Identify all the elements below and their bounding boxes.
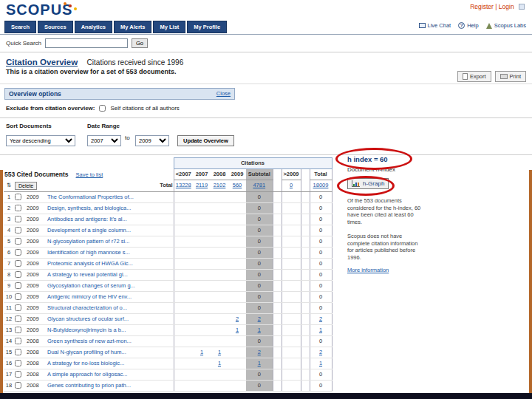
row-checkbox[interactable] xyxy=(15,293,21,300)
citation-count-cell: 0 xyxy=(310,191,332,202)
citation-count-cell xyxy=(282,258,301,269)
citation-count-cell xyxy=(174,225,193,236)
total-count-link[interactable]: 2119 xyxy=(196,182,208,188)
self-citations-checkbox[interactable] xyxy=(99,105,106,112)
row-title-cell: Design, synthesis, and biologica... xyxy=(47,202,174,214)
save-to-list-link[interactable]: Save to list xyxy=(76,171,103,178)
total-count-link[interactable]: 560 xyxy=(233,182,242,188)
document-title-link[interactable]: Glycan structures of ocular surf... xyxy=(47,316,173,323)
document-title-link[interactable]: Genes contributing to prion path... xyxy=(47,382,173,389)
citation-count-link[interactable]: 2 xyxy=(258,316,261,322)
citation-count-link[interactable]: 1 xyxy=(258,327,261,333)
document-title-link[interactable]: Antigenic mimicry of the HIV env... xyxy=(47,293,173,301)
register-link[interactable]: Register xyxy=(470,3,494,10)
total-count-link[interactable]: 2102 xyxy=(214,182,226,188)
spacer-cell xyxy=(301,335,310,347)
close-options-link[interactable]: Close xyxy=(216,90,231,97)
nav-button-my-list[interactable]: My List xyxy=(153,21,185,33)
document-title-link[interactable]: N-Butyldeoxynojirimycin is a b... xyxy=(47,327,173,334)
exclude-label: Exclude from citation overview: xyxy=(6,105,95,112)
citation-count-link[interactable]: 1 xyxy=(200,349,203,355)
nav-button-search[interactable]: Search xyxy=(4,21,36,33)
nav-button-sources[interactable]: Sources xyxy=(38,21,73,33)
citation-count-cell xyxy=(282,202,301,214)
document-title-link[interactable]: A strategy for no-loss biologic... xyxy=(47,360,173,367)
citation-count-link[interactable]: 2 xyxy=(258,349,261,355)
chat-link[interactable]: Live Chat xyxy=(419,22,451,29)
print-button[interactable]: Print xyxy=(495,71,526,82)
login-link[interactable]: Login xyxy=(499,3,514,10)
document-title-link[interactable]: N-glycosylation pattern of r72 si... xyxy=(47,238,173,245)
print-label: Print xyxy=(510,73,521,80)
citation-table-body: 12009The Conformational Properties of...… xyxy=(4,191,332,391)
total-row-label: Total xyxy=(47,180,174,192)
citation-count-link[interactable]: 1 xyxy=(218,349,221,355)
citation-count-link[interactable]: 2 xyxy=(236,316,239,322)
help-icon: ? xyxy=(458,22,465,29)
row-checkbox[interactable] xyxy=(15,227,21,233)
sort-icon[interactable]: ⇅ xyxy=(4,180,14,192)
row-checkbox[interactable] xyxy=(15,360,21,366)
nav-button-analytics[interactable]: Analytics xyxy=(75,21,112,33)
document-title-link[interactable]: Structural characterization of o... xyxy=(47,304,173,312)
row-checkbox[interactable] xyxy=(15,349,21,355)
citation-count-link[interactable]: 1 xyxy=(258,360,261,366)
row-checkbox[interactable] xyxy=(15,382,21,389)
row-checkbox[interactable] xyxy=(15,338,21,344)
labs-link[interactable]: Scopus Labs xyxy=(486,22,526,29)
row-checkbox[interactable] xyxy=(15,271,21,278)
citation-count-cell: 1 xyxy=(246,358,273,369)
quick-search-go-button[interactable]: Go xyxy=(132,38,148,48)
document-title-link[interactable]: Development of a single column... xyxy=(47,227,173,234)
citation-count-cell xyxy=(193,335,211,347)
citation-count-link[interactable]: 1 xyxy=(319,360,322,366)
document-title-link[interactable]: Design, synthesis, and biologica... xyxy=(47,205,173,212)
document-title-link[interactable]: Green synthesis of new azt-mon... xyxy=(47,338,173,345)
delete-button[interactable]: Delete xyxy=(15,182,37,190)
document-title-link[interactable]: Dual N-glycan profiling of hum... xyxy=(47,349,173,356)
quick-search-input[interactable] xyxy=(45,38,128,48)
total-count-link[interactable]: 0 xyxy=(290,182,293,188)
export-button[interactable]: Export xyxy=(457,71,491,82)
row-checkbox[interactable] xyxy=(15,260,21,267)
row-checkbox[interactable] xyxy=(15,304,21,311)
row-checkbox-cell xyxy=(14,347,26,358)
update-overview-button[interactable]: Update Overview xyxy=(177,135,234,146)
total-count-link[interactable]: 4781 xyxy=(253,182,265,188)
help-link[interactable]: ?Help xyxy=(458,22,478,29)
document-title-link[interactable]: Antibodies and antigens: It's al... xyxy=(47,216,173,223)
row-checkbox[interactable] xyxy=(15,194,21,200)
sort-select[interactable]: Year descending xyxy=(6,135,75,146)
total-citation-count: 4781 xyxy=(246,180,273,192)
row-checkbox[interactable] xyxy=(15,216,21,222)
document-title-link[interactable]: Identification of high mannose s... xyxy=(47,249,173,256)
citation-count-link[interactable]: 1 xyxy=(319,327,322,333)
nav-button-my-profile[interactable]: My Profile xyxy=(187,21,227,33)
row-checkbox[interactable] xyxy=(15,327,21,333)
row-checkbox[interactable] xyxy=(15,371,21,378)
citation-count-link[interactable]: 1 xyxy=(218,360,221,366)
more-information-link[interactable]: More information xyxy=(347,267,424,273)
row-checkbox[interactable] xyxy=(15,238,21,245)
year-to-select[interactable]: 2009 xyxy=(135,135,169,146)
document-title-link[interactable]: The Conformational Properties of... xyxy=(47,194,173,201)
document-title-link[interactable]: Glycosylation changes of serum g... xyxy=(47,282,173,290)
row-checkbox[interactable] xyxy=(15,205,21,211)
row-checkbox[interactable] xyxy=(15,249,21,256)
row-checkbox[interactable] xyxy=(15,282,21,289)
row-title-cell: N-glycosylation pattern of r72 si... xyxy=(47,236,174,247)
document-title-link[interactable]: Proteomic analysis of HWGA Glc... xyxy=(47,260,173,267)
citation-count-link[interactable]: 1 xyxy=(236,327,239,333)
spacer-cell xyxy=(273,313,282,324)
total-count-link[interactable]: 13228 xyxy=(176,182,191,188)
document-title-link[interactable]: A simple approach for oligosac... xyxy=(47,371,173,378)
citation-count-link[interactable]: 2 xyxy=(319,349,322,355)
document-title-link[interactable]: A strategy to reveal potential gl... xyxy=(47,271,173,279)
nav-button-my-alerts[interactable]: My Alerts xyxy=(114,21,151,33)
year-from-select[interactable]: 2007 xyxy=(87,135,121,146)
total-count-link[interactable]: 18009 xyxy=(313,182,329,188)
citation-count-cell: 0 xyxy=(310,335,332,347)
citation-count-cell xyxy=(282,302,301,313)
row-checkbox[interactable] xyxy=(15,316,21,322)
citation-count-link[interactable]: 2 xyxy=(319,316,322,322)
